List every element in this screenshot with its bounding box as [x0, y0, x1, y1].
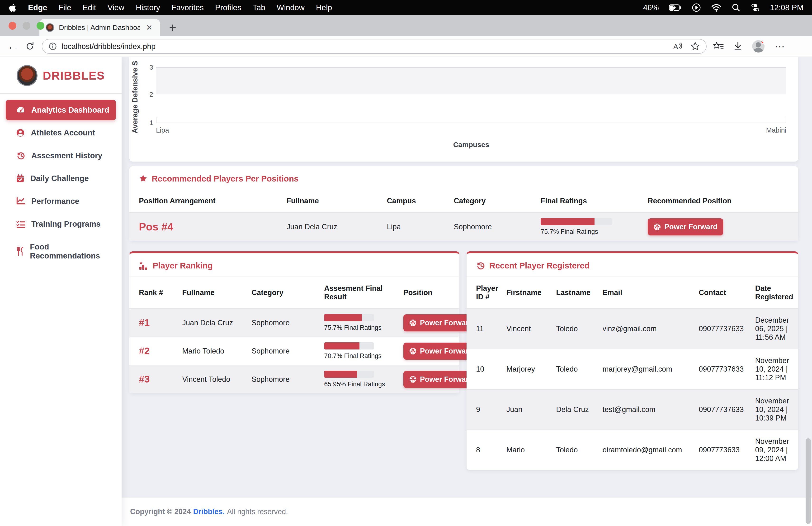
- apple-menu-icon[interactable]: [9, 2, 17, 13]
- reload-button[interactable]: [24, 41, 35, 52]
- sidebar-item-training-programs[interactable]: Training Programs: [6, 214, 116, 234]
- col-contact: Contact: [695, 277, 752, 309]
- address-bar[interactable]: localhost/dribbles/index.php A: [42, 39, 707, 54]
- table-row: Pos #4 Juan Dela Cruz Lipa Sophomore 75.…: [129, 213, 798, 241]
- macos-menu-bar: Edge File Edit View History Favorites Pr…: [0, 0, 812, 15]
- col-final-ratings: Final Ratings: [537, 189, 644, 213]
- favorite-star-icon[interactable]: [691, 42, 700, 51]
- menu-item-file[interactable]: File: [59, 3, 71, 12]
- col-assesment-final-result: Assesment Final Result: [321, 277, 400, 309]
- settings-ellipsis-icon[interactable]: ⋯: [774, 41, 785, 52]
- dribbles-logo-icon: [17, 65, 38, 86]
- campus-chart-card: Average Defensive S 3 2 1 Lipa Mabini Ca…: [129, 57, 798, 161]
- svg-text:A: A: [673, 43, 678, 51]
- category-cell: Sophomore: [248, 337, 321, 365]
- window-minimize-button[interactable]: [23, 22, 30, 30]
- col-email: Email: [599, 277, 695, 309]
- basketball-icon: [653, 223, 661, 231]
- downloads-icon[interactable]: [733, 41, 743, 51]
- tab-close-icon[interactable]: ✕: [145, 23, 154, 32]
- dribbles-footer-link[interactable]: Dribbles.: [193, 508, 224, 516]
- spotlight-search-icon[interactable]: [731, 3, 741, 12]
- result-label: 65.95% Final Ratings: [324, 381, 397, 388]
- table-row: 10 Marjorey Toledo marjorey@gmail.com 09…: [466, 349, 798, 389]
- menu-item-history[interactable]: History: [136, 3, 160, 12]
- brand-name: DRIBBLES: [43, 69, 105, 82]
- read-aloud-icon[interactable]: A: [673, 42, 683, 51]
- fullname-cell: Juan Dela Cruz: [283, 213, 384, 241]
- window-close-button[interactable]: [9, 22, 16, 30]
- result-label: 70.7% Final Ratings: [324, 352, 397, 360]
- new-tab-button[interactable]: +: [169, 19, 176, 36]
- email-cell: test@gmail.com: [599, 389, 695, 430]
- contact-cell: 09077737633: [695, 349, 752, 389]
- position-badge: Power Forward: [648, 218, 723, 236]
- chart-x-axis-title: Campuses: [156, 141, 786, 149]
- position-cell: Pos #4: [129, 213, 283, 241]
- url-text[interactable]: localhost/dribbles/index.php: [62, 42, 668, 51]
- col-firstname: Firstname: [503, 277, 553, 309]
- y-tick-2: 2: [139, 91, 153, 98]
- screen: Edge File Edit View History Favorites Pr…: [0, 0, 812, 526]
- x-tick-lipa: Lipa: [156, 126, 169, 134]
- window-zoom-button[interactable]: [37, 22, 44, 30]
- basketball-icon: [409, 319, 417, 327]
- email-cell: marjorey@gmail.com: [599, 349, 695, 389]
- contact-cell: 09077737633: [695, 309, 752, 349]
- chart-plot-area: Lipa Mabini Campuses: [156, 57, 786, 161]
- contact-cell: 0907773633: [695, 430, 752, 470]
- category-cell: Sophomore: [248, 309, 321, 337]
- back-button[interactable]: ←: [6, 41, 18, 52]
- control-center-icon[interactable]: [751, 3, 760, 12]
- ranking-card-title: Player Ranking: [129, 253, 460, 276]
- brand[interactable]: DRIBBLES: [0, 57, 121, 93]
- sidebar-item-athletes-account[interactable]: Athletes Account: [6, 123, 116, 143]
- browser-tab[interactable]: Dribbles | Admin Dashboard ✕: [40, 19, 160, 36]
- firstname-cell: Mario: [503, 430, 553, 470]
- menu-item-edit[interactable]: Edit: [83, 3, 96, 12]
- menu-item-view[interactable]: View: [107, 3, 125, 12]
- result-progress: [324, 371, 374, 378]
- category-cell: Sophomore: [450, 213, 537, 241]
- sidebar-item-daily-challenge[interactable]: Daily Challenge: [6, 168, 116, 189]
- profile-avatar[interactable]: [752, 40, 765, 53]
- sidebar-item-label: Athletes Account: [31, 128, 95, 137]
- final-ratings-progress: [541, 218, 612, 225]
- page-scrollbar-thumb[interactable]: [806, 438, 811, 524]
- col-campus: Campus: [383, 189, 450, 213]
- menu-item-profiles[interactable]: Profiles: [215, 3, 241, 12]
- menu-item-window[interactable]: Window: [277, 3, 304, 12]
- recent-table: Player ID # Firstname Lastname Email Con…: [466, 277, 798, 470]
- ratings-cell: 75.7% Final Ratings: [537, 213, 644, 241]
- sidebar-item-performance[interactable]: Performance: [6, 191, 116, 211]
- rights-text: All rights reserved.: [227, 508, 288, 516]
- recommended-position-cell: Power Forward: [644, 213, 798, 241]
- battery-percent: 46%: [643, 3, 659, 12]
- id-cell: 10: [466, 349, 503, 389]
- tab-favicon: [46, 23, 54, 32]
- rank-cell: #1: [129, 309, 179, 337]
- menu-item-help[interactable]: Help: [316, 3, 332, 12]
- col-player-id: Player ID #: [466, 277, 503, 309]
- menu-item-favorites[interactable]: Favorites: [171, 3, 204, 12]
- sidebar-item-food-recommendations[interactable]: Food Recommendations: [6, 237, 116, 266]
- sidebar-item-assesment-history[interactable]: Assesment History: [6, 145, 116, 166]
- collections-icon[interactable]: [713, 42, 724, 51]
- lastname-cell: Dela Cruz: [553, 389, 599, 430]
- menu-item-tab[interactable]: Tab: [252, 3, 265, 12]
- col-category: Category: [248, 277, 321, 309]
- sidebar-item-analytics-dashboard[interactable]: Analytics Dashboard: [6, 100, 116, 120]
- result-progress: [324, 314, 374, 321]
- firstname-cell: Juan: [503, 389, 553, 430]
- wifi-icon[interactable]: [711, 3, 722, 12]
- email-cell: vinz@gmail.com: [599, 309, 695, 349]
- email-cell: oiramtoledo@gmail.com: [599, 430, 695, 470]
- screen-mirroring-icon[interactable]: [692, 3, 701, 12]
- site-info-icon[interactable]: [48, 42, 57, 51]
- menu-item-edge[interactable]: Edge: [28, 3, 47, 12]
- col-category: Category: [450, 189, 537, 213]
- basketball-icon: [409, 347, 417, 355]
- sidebar-item-label: Assesment History: [31, 151, 102, 160]
- position-cell: Power Forward: [400, 365, 460, 393]
- chart-line-icon: [16, 197, 25, 205]
